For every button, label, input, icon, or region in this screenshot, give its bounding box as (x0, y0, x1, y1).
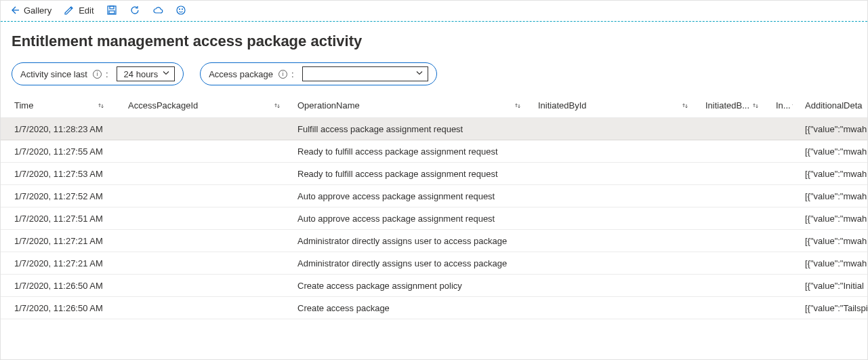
table-cell: 1/7/2020, 11:27:51 AM (1, 214, 109, 224)
table-cell: 1/7/2020, 11:28:23 AM (1, 124, 109, 134)
col-initiated-b[interactable]: InitiatedB... (693, 100, 764, 111)
page-title: Entitlement management access package ac… (12, 33, 867, 50)
sort-icon (681, 102, 689, 110)
table-cell: Ready to fulfill access package assignme… (285, 169, 526, 179)
sort-icon (751, 102, 760, 110)
gallery-button[interactable]: Gallery (9, 5, 51, 16)
table-cell: [{"value":"mwah (793, 214, 868, 224)
info-icon[interactable]: i (93, 70, 102, 79)
svg-point-3 (177, 6, 185, 14)
col-time[interactable]: Time (1, 100, 109, 111)
app-frame: Gallery Edit En (0, 0, 868, 360)
filter-row: Activity since last i : 24 hours Access … (12, 62, 867, 85)
toolbar: Gallery Edit (1, 1, 867, 22)
table-row[interactable]: 1/7/2020, 11:27:51 AMAuto approve access… (1, 207, 867, 230)
grid-body: 1/7/2020, 11:28:23 AMFulfill access pack… (1, 118, 867, 319)
table-cell: 1/7/2020, 11:27:21 AM (1, 258, 109, 268)
table-row[interactable]: 1/7/2020, 11:27:53 AMReady to fulfill ac… (1, 163, 867, 185)
col-initiated-by-id[interactable]: InitiatedById (526, 100, 693, 111)
sort-icon (97, 102, 105, 110)
col-operation-name[interactable]: OperationName (285, 100, 526, 111)
table-cell: 1/7/2020, 11:27:21 AM (1, 236, 109, 246)
table-row[interactable]: 1/7/2020, 11:27:21 AMAdministrator direc… (1, 252, 867, 275)
gallery-label: Gallery (24, 5, 51, 16)
col-additional-deta[interactable]: AdditionalDeta (793, 100, 868, 111)
table-cell: Administrator directly assigns user to a… (285, 236, 526, 246)
smiley-icon (175, 5, 186, 16)
table-row[interactable]: 1/7/2020, 11:27:21 AMAdministrator direc… (1, 230, 867, 252)
col-access-package-id[interactable]: AccessPackageId (116, 100, 285, 111)
refresh-button[interactable] (129, 5, 140, 16)
save-button[interactable] (106, 5, 117, 16)
sort-icon (273, 102, 281, 110)
table-cell: [{"value":"mwah (793, 124, 868, 134)
table-cell: Auto approve access package assignment r… (285, 191, 526, 201)
table-cell: Create access package assignment policy (285, 281, 526, 291)
edit-label: Edit (79, 5, 94, 16)
chevron-down-icon (415, 69, 423, 79)
activity-filter-colon: : (106, 69, 108, 79)
package-filter-pill: Access package i : (200, 62, 436, 85)
table-row[interactable]: 1/7/2020, 11:26:50 AMCreate access packa… (1, 297, 867, 319)
col-additional-deta-label: AdditionalDeta (805, 100, 863, 111)
svg-rect-1 (110, 6, 114, 9)
table-row[interactable]: 1/7/2020, 11:27:52 AMAuto approve access… (1, 185, 867, 207)
table-cell: 1/7/2020, 11:26:50 AM (1, 281, 109, 291)
cloud-button[interactable] (152, 5, 163, 16)
table-cell: Auto approve access package assignment r… (285, 214, 526, 224)
info-icon[interactable]: i (278, 70, 287, 79)
feedback-button[interactable] (175, 5, 186, 16)
package-filter-colon: : (291, 69, 294, 79)
cloud-icon (152, 5, 163, 16)
table-cell: 1/7/2020, 11:27:52 AM (1, 191, 109, 201)
save-icon (106, 5, 117, 16)
activity-filter-label: Activity since last (20, 69, 87, 79)
col-in-label: In... (776, 100, 791, 111)
pencil-icon (64, 5, 75, 16)
table-cell: [{"value":"mwah (793, 236, 868, 246)
edit-button[interactable]: Edit (64, 5, 94, 16)
chevron-down-icon (162, 69, 170, 79)
col-initiated-b-label: InitiatedB... (705, 100, 749, 111)
grid-header: Time AccessPackageId OperationName Initi… (1, 95, 867, 118)
refresh-icon (129, 5, 140, 16)
activity-filter-pill: Activity since last i : 24 hours (12, 62, 184, 85)
table-cell: [{"value":"mwah (793, 169, 868, 179)
table-cell: [{"value":"Tailspi (793, 303, 868, 313)
col-access-package-id-label: AccessPackageId (128, 100, 198, 111)
table-cell: [{"value":"Initial (793, 281, 868, 291)
table-row[interactable]: 1/7/2020, 11:27:55 AMReady to fulfill ac… (1, 140, 867, 163)
table-cell: Fulfill access package assignment reques… (285, 124, 526, 134)
svg-point-4 (179, 9, 180, 9)
results-grid: Time AccessPackageId OperationName Initi… (1, 95, 867, 319)
sort-icon (514, 102, 522, 110)
activity-select[interactable]: 24 hours (117, 66, 175, 81)
table-cell: 1/7/2020, 11:26:50 AM (1, 303, 109, 313)
col-time-label: Time (14, 100, 33, 111)
col-initiated-by-id-label: InitiatedById (538, 100, 587, 111)
table-cell: Administrator directly assigns user to a… (285, 258, 526, 268)
table-cell: [{"value":"mwah (793, 146, 868, 157)
package-filter-label: Access package (209, 69, 273, 79)
svg-rect-2 (109, 11, 115, 14)
table-row[interactable]: 1/7/2020, 11:26:50 AMCreate access packa… (1, 275, 867, 297)
table-cell: 1/7/2020, 11:27:53 AM (1, 169, 109, 179)
table-cell: [{"value":"mwah (793, 258, 868, 268)
table-cell: Ready to fulfill access package assignme… (285, 146, 526, 157)
svg-point-5 (182, 9, 182, 9)
table-cell: Create access package (285, 303, 526, 313)
activity-select-value: 24 hours (124, 69, 159, 79)
col-in[interactable]: In... (764, 100, 793, 111)
col-operation-name-label: OperationName (297, 100, 360, 111)
arrow-left-icon (9, 5, 20, 16)
package-select[interactable] (302, 66, 428, 81)
table-cell: [{"value":"mwah (793, 191, 868, 201)
table-row[interactable]: 1/7/2020, 11:28:23 AMFulfill access pack… (1, 118, 867, 140)
table-cell: 1/7/2020, 11:27:55 AM (1, 146, 109, 157)
